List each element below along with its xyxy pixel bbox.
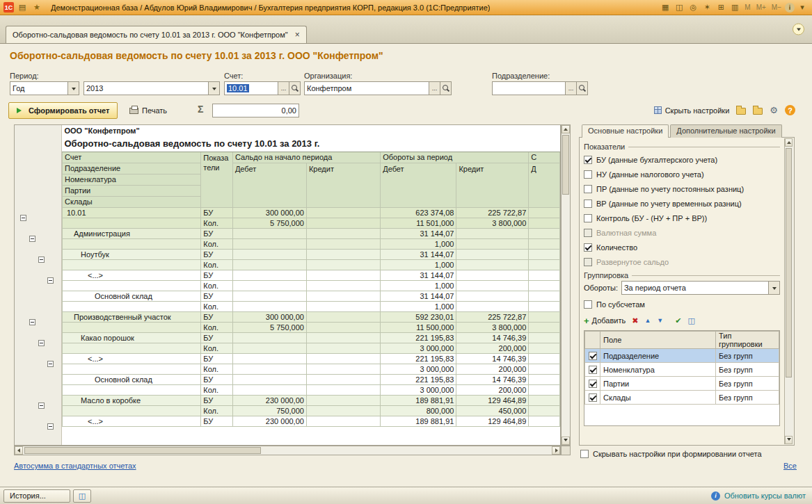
- copy-icon[interactable]: ◫: [673, 2, 685, 13]
- tree-collapse-icon[interactable]: [38, 340, 45, 346]
- add-favorite-icon[interactable]: ✶: [701, 2, 713, 13]
- choose-button[interactable]: ...: [278, 81, 289, 95]
- save-icon[interactable]: ▦: [659, 2, 671, 13]
- report-row[interactable]: Какао порошокБУ221 195,8314 746,39: [63, 332, 560, 343]
- report-row-quantity[interactable]: Кол.1,000: [63, 301, 560, 311]
- hide-on-generate-checkbox[interactable]: [580, 450, 589, 458]
- indicator-checkbox[interactable]: [584, 185, 592, 193]
- tree-collapse-icon[interactable]: [29, 319, 35, 325]
- report-row-quantity[interactable]: Кол.3 000,000200,000: [63, 343, 560, 353]
- windows-panel-button[interactable]: ◫: [73, 489, 91, 503]
- load-settings-icon[interactable]: [736, 108, 746, 115]
- scroll-down-arrow[interactable]: [785, 436, 793, 444]
- main-menu-icon[interactable]: ▤: [16, 2, 29, 13]
- save-settings-icon[interactable]: [753, 108, 763, 115]
- calendar-icon[interactable]: ▥: [729, 2, 741, 13]
- organization-input[interactable]: Конфетпром: [304, 81, 429, 95]
- grouping-row[interactable]: НоменклатураБез групп: [585, 363, 779, 377]
- grouping-row[interactable]: СкладыБез групп: [585, 391, 779, 405]
- move-up-button[interactable]: ▲: [644, 317, 651, 324]
- report-row-quantity[interactable]: Кол.5 750,00011 501,0003 800,000: [63, 218, 560, 228]
- report-row[interactable]: <...>БУ221 195,8314 746,39: [63, 353, 560, 364]
- info-icon[interactable]: i: [785, 3, 795, 13]
- indicator-checkbox[interactable]: [584, 170, 592, 179]
- grouping-checkbox[interactable]: [589, 366, 597, 374]
- delete-button[interactable]: ✖: [632, 316, 638, 325]
- scroll-up-arrow[interactable]: [562, 125, 570, 133]
- grouping-type[interactable]: Без групп: [716, 377, 779, 391]
- chevron-down-icon[interactable]: ▾: [796, 2, 809, 13]
- indicator-checkbox[interactable]: [584, 214, 592, 222]
- report-row[interactable]: Производственный участокБУ300 000,00592 …: [63, 311, 560, 322]
- report-row[interactable]: НоутбукБУ31 144,07: [63, 249, 560, 259]
- grouping-field[interactable]: Склады: [600, 391, 716, 405]
- report-horizontal-scrollbar[interactable]: [14, 446, 561, 455]
- tree-collapse-icon[interactable]: [47, 277, 54, 284]
- grouping-field[interactable]: Номенклатура: [600, 363, 716, 377]
- open-windows-button[interactable]: [793, 24, 804, 35]
- grouping-row[interactable]: ПодразделениеБез групп: [585, 349, 779, 363]
- memory-minus-button[interactable]: M−: [770, 3, 783, 11]
- autosum-link[interactable]: Автосумма в стандартных отчетах: [14, 462, 136, 470]
- scroll-left-arrow[interactable]: [15, 446, 23, 455]
- grouping-type[interactable]: Без групп: [716, 391, 779, 405]
- choose-button[interactable]: ...: [566, 81, 577, 95]
- tab-osv-report[interactable]: Оборотно-сальдовая ведомость по счету 10…: [6, 26, 307, 43]
- department-input[interactable]: [492, 81, 566, 95]
- all-settings-link[interactable]: Все: [783, 462, 797, 470]
- autosum-icon[interactable]: Σ: [198, 104, 203, 115]
- add-button[interactable]: +Добавить: [584, 316, 626, 325]
- report-row-quantity[interactable]: Кол.5 750,00011 500,0003 800,000: [63, 322, 560, 332]
- scroll-thumb[interactable]: [24, 447, 261, 454]
- scroll-thumb[interactable]: [562, 135, 569, 195]
- tree-collapse-icon[interactable]: [29, 236, 35, 242]
- scroll-down-arrow[interactable]: [562, 437, 570, 445]
- generate-report-button[interactable]: Сформировать отчет: [8, 102, 118, 119]
- grouping-type[interactable]: Без групп: [716, 363, 779, 377]
- magnifier-icon[interactable]: [289, 81, 301, 95]
- grouping-field[interactable]: Подразделение: [600, 349, 716, 363]
- report-row[interactable]: 10.01БУ300 000,00623 374,08225 722,87: [63, 207, 560, 218]
- chevron-down-icon[interactable]: [209, 81, 220, 95]
- tree-collapse-icon[interactable]: [20, 215, 26, 221]
- memory-recall-button[interactable]: M: [742, 3, 752, 11]
- scroll-thumb[interactable]: [786, 148, 792, 377]
- print-button[interactable]: Печать: [127, 104, 170, 117]
- magnifier-icon[interactable]: [440, 81, 452, 95]
- turnovers-select[interactable]: За период отчета: [621, 281, 780, 295]
- move-down-button[interactable]: ▼: [657, 317, 663, 324]
- tab-main-settings[interactable]: Основные настройки: [582, 124, 669, 138]
- report-row-quantity[interactable]: Кол.1,000: [63, 238, 560, 249]
- report-row[interactable]: Масло в коробкеБУ230 000,00189 881,91129…: [63, 395, 560, 405]
- hide-settings-button[interactable]: Скрыть настройки: [654, 106, 730, 115]
- report-row-quantity[interactable]: Кол.750,000800,000450,000: [63, 405, 560, 416]
- grouping-column-header[interactable]: Тип группировки: [716, 332, 779, 349]
- chevron-down-icon[interactable]: [769, 281, 780, 295]
- account-input[interactable]: 10.01: [224, 81, 278, 95]
- report-row[interactable]: Основной складБУ31 144,07: [63, 291, 560, 301]
- find-icon[interactable]: ◎: [687, 2, 699, 13]
- grouping-checkbox[interactable]: [589, 380, 597, 388]
- indicator-checkbox[interactable]: [584, 243, 592, 252]
- report-row-quantity[interactable]: Кол.3 000,000200,000: [63, 364, 560, 374]
- report-row[interactable]: <...>БУ31 144,07: [63, 270, 560, 280]
- choose-button[interactable]: ...: [429, 81, 440, 95]
- tree-collapse-icon[interactable]: [38, 257, 45, 263]
- grouping-column-header[interactable]: Поле: [600, 332, 716, 349]
- report-row[interactable]: АдминистрацияБУ31 144,07: [63, 228, 560, 238]
- tree-collapse-icon[interactable]: [47, 361, 54, 367]
- tree-collapse-icon[interactable]: [47, 423, 54, 430]
- period-kind-select[interactable]: Год: [10, 81, 79, 95]
- period-year-select[interactable]: 2013: [83, 81, 220, 95]
- scroll-up-arrow[interactable]: [785, 138, 793, 147]
- report-row[interactable]: <...>БУ230 000,00189 881,91129 464,89: [63, 416, 560, 426]
- report-row[interactable]: Основной складБУ221 195,8314 746,39: [63, 374, 560, 384]
- grouping-checkbox[interactable]: [589, 393, 597, 402]
- tree-collapse-icon[interactable]: [38, 403, 45, 409]
- help-icon[interactable]: ?: [785, 105, 795, 115]
- scroll-right-arrow[interactable]: [552, 446, 560, 455]
- chevron-down-icon[interactable]: [68, 81, 79, 95]
- grouping-checkbox[interactable]: [589, 352, 597, 360]
- update-currency-rates-link[interactable]: Обновить курсы валют: [724, 491, 806, 500]
- sum-field[interactable]: 0,00: [212, 104, 299, 117]
